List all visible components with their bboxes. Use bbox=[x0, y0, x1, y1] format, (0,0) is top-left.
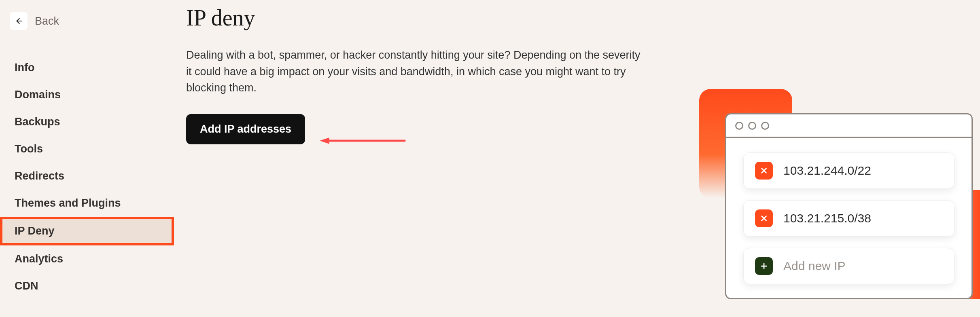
remove-icon bbox=[755, 209, 773, 227]
arrow-left-icon bbox=[320, 137, 409, 145]
sidebar-item-themes-and-plugins[interactable]: Themes and Plugins bbox=[0, 190, 174, 217]
back-button[interactable] bbox=[10, 12, 28, 30]
sidebar-item-ip-deny[interactable]: IP Deny bbox=[0, 217, 174, 245]
back-label: Back bbox=[35, 15, 59, 27]
illustration-browser-controls bbox=[726, 114, 972, 138]
sidebar: Back Info Domains Backups Tools Redirect… bbox=[0, 0, 174, 300]
add-icon bbox=[755, 257, 773, 275]
illustration-browser-frame: 103.21.244.0/22 103.21.215.0/38 Add new … bbox=[725, 113, 973, 299]
sidebar-item-analytics[interactable]: Analytics bbox=[0, 245, 174, 273]
window-dot-icon bbox=[761, 122, 769, 130]
window-dot-icon bbox=[735, 122, 743, 130]
illustration-add-ip-row: Add new IP bbox=[743, 248, 955, 284]
window-dot-icon bbox=[748, 122, 756, 130]
illustration-add-ip-placeholder: Add new IP bbox=[783, 259, 845, 273]
illustration-ip-list: 103.21.244.0/22 103.21.215.0/38 Add new … bbox=[726, 138, 972, 299]
illustration: 103.21.244.0/22 103.21.215.0/38 Add new … bbox=[672, 81, 980, 307]
annotation-arrow bbox=[320, 137, 409, 145]
sidebar-item-backups[interactable]: Backups bbox=[0, 108, 174, 135]
page-description: Dealing with a bot, spammer, or hacker c… bbox=[186, 47, 643, 96]
sidebar-item-redirects[interactable]: Redirects bbox=[0, 163, 174, 190]
illustration-ip-value: 103.21.215.0/38 bbox=[783, 211, 871, 225]
page-title: IP deny bbox=[186, 5, 664, 31]
back-row: Back bbox=[0, 12, 174, 30]
sidebar-item-cdn[interactable]: CDN bbox=[0, 273, 174, 300]
remove-icon bbox=[755, 162, 773, 180]
main-content: IP deny Dealing with a bot, spammer, or … bbox=[186, 5, 664, 144]
sidebar-item-info[interactable]: Info bbox=[0, 54, 174, 81]
illustration-ip-row: 103.21.215.0/38 bbox=[743, 200, 955, 237]
illustration-ip-value: 103.21.244.0/22 bbox=[783, 164, 871, 178]
arrow-left-icon bbox=[14, 17, 23, 25]
svg-marker-1 bbox=[320, 137, 329, 144]
sidebar-item-tools[interactable]: Tools bbox=[0, 135, 174, 163]
sidebar-item-domains[interactable]: Domains bbox=[0, 81, 174, 108]
add-ip-addresses-button[interactable]: Add IP addresses bbox=[186, 114, 305, 144]
illustration-ip-row: 103.21.244.0/22 bbox=[743, 152, 955, 189]
